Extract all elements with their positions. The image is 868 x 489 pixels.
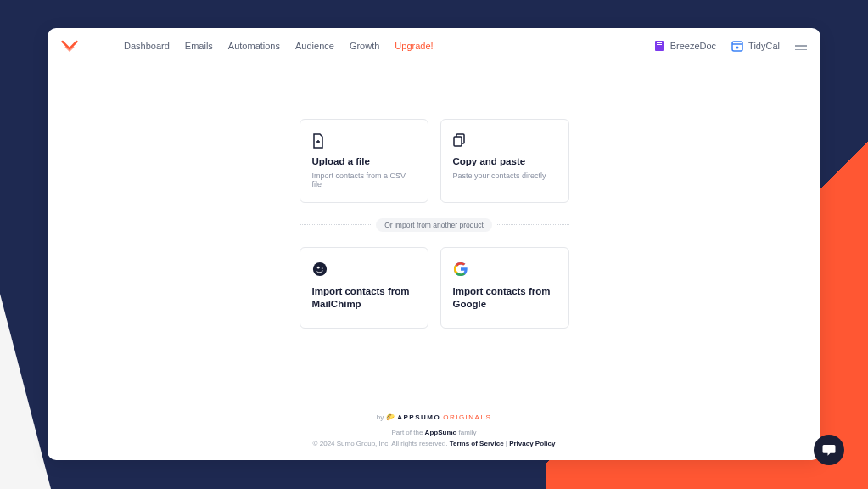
footer-by: by — [377, 413, 384, 421]
footer-family-line: Part of the AppSumo family — [48, 428, 820, 439]
svg-rect-0 — [655, 41, 664, 51]
chat-widget-button[interactable] — [814, 435, 844, 465]
shortcut-tidycal[interactable]: TidyCal — [731, 40, 780, 52]
nav-audience[interactable]: Audience — [295, 41, 334, 51]
file-icon — [312, 133, 324, 147]
svg-point-5 — [736, 47, 739, 49]
nav-upgrade[interactable]: Upgrade! — [395, 41, 433, 51]
nav-emails[interactable]: Emails — [185, 41, 213, 51]
google-icon — [453, 261, 468, 277]
footer-brand: by 🌮 APPSUMO ORIGINALS — [48, 413, 820, 421]
footer-originals: ORIGINALS — [443, 413, 491, 421]
card-copy-paste[interactable]: Copy and paste Paste your contacts direc… — [440, 119, 569, 203]
mailchimp-icon — [312, 261, 328, 277]
footer-appsumo-link[interactable]: AppSumo — [425, 429, 457, 436]
card-mailchimp-title: Import contacts from MailChimp — [312, 285, 416, 311]
taco-icon: 🌮 — [386, 413, 395, 421]
nav-growth[interactable]: Growth — [350, 41, 379, 51]
nav-links: Dashboard Emails Automations Audience Gr… — [124, 41, 434, 51]
divider-line-left — [300, 224, 372, 225]
top-navigation: Dashboard Emails Automations Audience Gr… — [48, 28, 820, 65]
svg-rect-1 — [657, 42, 662, 43]
logo-icon[interactable] — [61, 38, 78, 53]
svg-rect-2 — [657, 44, 662, 45]
footer: by 🌮 APPSUMO ORIGINALS Part of the AppSu… — [48, 413, 820, 460]
footer-privacy-link[interactable]: Privacy Policy — [509, 440, 555, 447]
card-google[interactable]: Import contacts from Google — [440, 247, 569, 329]
card-upload-file[interactable]: Upload a file Import contacts from a CSV… — [300, 119, 428, 203]
card-mailchimp[interactable]: Import contacts from MailChimp — [300, 247, 428, 329]
copy-icon — [453, 133, 465, 147]
footer-terms-link[interactable]: Terms of Service — [450, 440, 504, 447]
divider-section: Or import from another product — [300, 218, 569, 232]
footer-family: family — [456, 429, 476, 436]
bg-decoration-white — [0, 294, 51, 489]
card-upload-subtitle: Import contacts from a CSV file — [312, 171, 416, 188]
menu-icon[interactable] — [795, 42, 807, 51]
nav-right: BreezeDoc TidyCal — [653, 40, 807, 52]
card-upload-title: Upload a file — [312, 155, 416, 168]
primary-options-row: Upload a file Import contacts from a CSV… — [300, 119, 569, 203]
shortcut-breezedoc[interactable]: BreezeDoc — [653, 40, 716, 52]
footer-appsumo: APPSUMO — [397, 413, 440, 421]
card-paste-subtitle: Paste your contacts directly — [453, 171, 557, 180]
tidycal-icon — [731, 40, 743, 52]
breezedoc-icon — [653, 40, 665, 52]
divider-text: Or import from another product — [376, 218, 492, 232]
card-paste-title: Copy and paste — [453, 155, 557, 168]
svg-point-11 — [321, 267, 322, 269]
footer-copyright: © 2024 Sumo Group, Inc. All rights reser… — [313, 440, 450, 447]
app-window: Dashboard Emails Automations Audience Gr… — [48, 28, 820, 460]
main-content: Upload a file Import contacts from a CSV… — [48, 65, 820, 413]
nav-automations[interactable]: Automations — [228, 41, 280, 51]
integration-options-row: Import contacts from MailChimp Import co… — [300, 247, 569, 329]
svg-rect-8 — [454, 137, 462, 146]
shortcut-tidycal-label: TidyCal — [748, 41, 780, 51]
svg-point-10 — [316, 267, 319, 269]
svg-point-9 — [312, 262, 326, 276]
divider-line-right — [497, 224, 569, 225]
footer-part-of: Part of the — [391, 429, 424, 436]
shortcut-breezedoc-label: BreezeDoc — [670, 41, 716, 51]
nav-dashboard[interactable]: Dashboard — [124, 41, 170, 51]
card-google-title: Import contacts from Google — [453, 285, 557, 311]
footer-legal-line: © 2024 Sumo Group, Inc. All rights reser… — [48, 439, 820, 450]
